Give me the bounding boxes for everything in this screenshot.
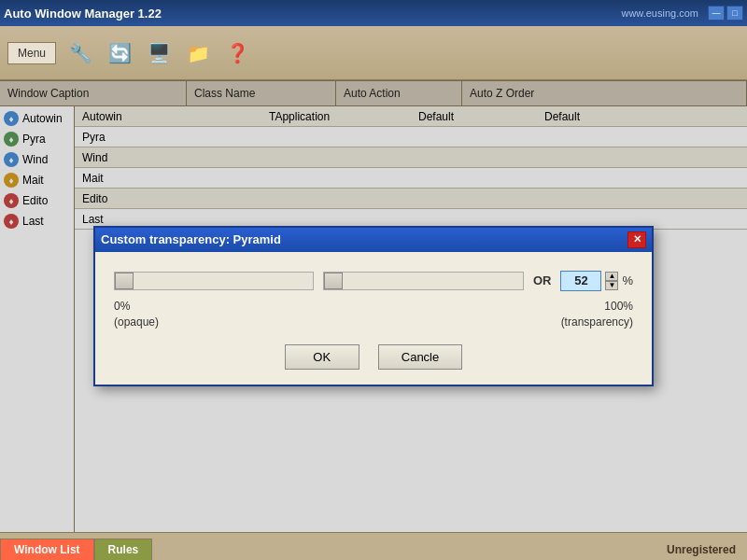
dialog-title-bar: Custom transparency: Pyramid ✕: [95, 228, 652, 252]
tab-window-list[interactable]: Window List: [0, 539, 94, 560]
dialog-close-button[interactable]: ✕: [627, 231, 646, 248]
title-bar-left: Auto Window Manager 1.22: [4, 7, 162, 21]
website-label: www.eusing.com: [621, 7, 698, 19]
spinner-buttons: ▲ ▼: [605, 272, 618, 290]
toolbar-icon-desktop[interactable]: 🖥️: [144, 38, 174, 68]
unregistered-label: Unregistered: [655, 539, 747, 560]
spin-down-button[interactable]: ▼: [605, 281, 618, 290]
slider-thumb-right[interactable]: [324, 273, 343, 289]
minimize-button[interactable]: —: [708, 6, 725, 21]
modal-overlay: Custom transparency: Pyramid ✕ OR: [0, 80, 747, 532]
label-0pct: 0% (opaque): [114, 299, 159, 330]
label-100pct: 100% (transparency): [561, 299, 633, 330]
dialog: Custom transparency: Pyramid ✕ OR: [93, 226, 654, 387]
toolbar-icon-folder[interactable]: 📁: [183, 38, 213, 68]
dialog-title: Custom transparency: Pyramid: [101, 232, 281, 246]
title-bar-right: www.eusing.com — □: [621, 6, 743, 21]
slider-track-left[interactable]: [114, 272, 314, 290]
or-label: OR: [533, 273, 552, 287]
toolbar-icon-help[interactable]: ❓: [222, 38, 252, 68]
dialog-body: OR ▲ ▼ % 0%: [95, 252, 652, 385]
slider-area: OR ▲ ▼ %: [114, 271, 633, 291]
app-title: Auto Window Manager 1.22: [4, 7, 162, 21]
percent-symbol: %: [622, 273, 633, 287]
toolbar-icon-wrench[interactable]: 🔧: [65, 38, 95, 68]
title-bar: Auto Window Manager 1.22 www.eusing.com …: [0, 0, 747, 26]
percent-input-group: ▲ ▼ %: [560, 271, 633, 291]
maximize-button[interactable]: □: [726, 6, 743, 21]
toolbar-icon-refresh[interactable]: 🔄: [105, 38, 134, 68]
ok-button[interactable]: OK: [285, 344, 359, 370]
percent-input[interactable]: [560, 271, 601, 291]
cancel-button[interactable]: Cancle: [378, 344, 462, 370]
bottom-tabs: Window List Rules: [0, 539, 152, 560]
tab-rules[interactable]: Rules: [94, 539, 153, 560]
slider-track-right[interactable]: [323, 272, 523, 290]
menu-button[interactable]: Menu: [7, 42, 56, 64]
slider-labels: 0% (opaque) 100% (transparency): [114, 299, 633, 330]
toolbar: Menu 🔧 🔄 🖥️ 📁 ❓: [0, 26, 747, 80]
app-window: Auto Window Manager 1.22 www.eusing.com …: [0, 0, 747, 560]
slider-thumb-left[interactable]: [115, 273, 134, 289]
dialog-buttons: OK Cancle: [114, 344, 633, 370]
bottom-bar: Window List Rules Unregistered: [0, 532, 747, 560]
content-area: Window Caption Class Name Auto Action Au…: [0, 80, 747, 560]
spin-up-button[interactable]: ▲: [605, 272, 618, 281]
